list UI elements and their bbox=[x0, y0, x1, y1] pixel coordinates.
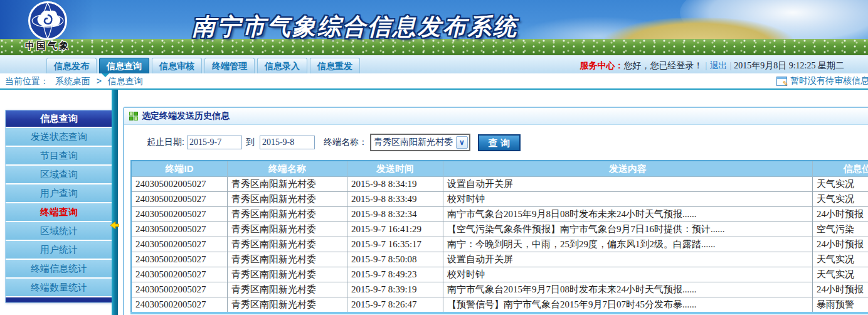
sidebar-menu: 发送状态查询节目查询区域查询用户查询终端查询区域统计用户统计终端信息统计终端数量… bbox=[6, 127, 112, 296]
tab-info-query[interactable]: 信息查询 bbox=[99, 58, 149, 74]
logo-caption: 中国气象 bbox=[11, 40, 84, 52]
col-header-0: 终端ID bbox=[131, 161, 228, 177]
table-cell: 2015-9-8 8:32:34 bbox=[347, 207, 443, 222]
table-cell: 240305002005027 bbox=[131, 177, 228, 192]
col-header-1: 终端名称 bbox=[228, 161, 347, 177]
terminal-select-value: 青秀区南阳新光村委 bbox=[374, 137, 453, 148]
breadcrumb-current: 信息查询 bbox=[108, 76, 143, 86]
table-cell: 240305002005027 bbox=[131, 267, 228, 282]
date-to-input[interactable] bbox=[260, 136, 315, 149]
table-cell: 2015-9-7 8:50:08 bbox=[347, 252, 443, 267]
sidebar-item-send-status-query[interactable]: 发送状态查询 bbox=[6, 127, 112, 146]
tab-info-entry[interactable]: 信息录入 bbox=[257, 58, 307, 74]
collapse-arrow-icon[interactable] bbox=[110, 221, 119, 230]
col-header-3: 发送内容 bbox=[443, 161, 813, 177]
terminal-select[interactable]: 青秀区南阳新光村委 ∨ bbox=[370, 134, 470, 151]
table-cell: 青秀区南阳新光村委 bbox=[228, 267, 347, 282]
sidebar-item-terminal-count-stats[interactable]: 终端数量统计 bbox=[6, 277, 112, 296]
sidebar-item-user-query[interactable]: 用户查询 bbox=[6, 183, 112, 202]
separator: | bbox=[729, 61, 731, 70]
tab-terminal-manage[interactable]: 终端管理 bbox=[204, 58, 255, 74]
sidebar-item-region-query[interactable]: 区域查询 bbox=[6, 164, 112, 183]
history-table: 终端ID终端名称发送时间发送内容信息位 240305002005027青秀区南阳… bbox=[130, 160, 868, 314]
query-button[interactable]: 查 询 bbox=[478, 134, 521, 151]
table-cell: 24小时预报 bbox=[813, 282, 868, 297]
breadcrumb: 当前位置： 系统桌面 > 信息查询 bbox=[5, 76, 147, 87]
table-cell: 【预警信号】南宁市气象台2015年9月7日07时45分发布暴...... bbox=[443, 297, 813, 314]
logout-link[interactable]: 退出 bbox=[709, 61, 727, 70]
audit-notice: ✎ 暂时没有待审核信息 bbox=[776, 75, 868, 87]
tab-info-resend[interactable]: 信息重发 bbox=[310, 58, 360, 74]
sidebar-item-program-query[interactable]: 节目查询 bbox=[6, 146, 112, 164]
table-cell: 240305002005027 bbox=[131, 207, 228, 222]
greeting-text: 您好，您已经登录！ bbox=[624, 61, 703, 70]
table-cell: 南宁市气象台2015年9月8日08时发布未来24小时天气预报...... bbox=[443, 207, 813, 222]
table-cell: 青秀区南阳新光村委 bbox=[228, 177, 347, 192]
sidebar-item-user-stats[interactable]: 用户统计 bbox=[6, 240, 112, 259]
table-row: 240305002005027青秀区南阳新光村委2015-9-7 8:49:23… bbox=[131, 267, 868, 282]
top-banner: 中国气象 南宁市气象综合信息发布系统 bbox=[0, 0, 868, 55]
panel-header: 选定终端发送历史信息 bbox=[124, 108, 868, 125]
history-table-wrap: 终端ID终端名称发送时间发送内容信息位 240305002005027青秀区南阳… bbox=[130, 160, 868, 314]
table-body: 240305002005027青秀区南阳新光村委2015-9-8 8:34:19… bbox=[131, 177, 868, 314]
table-row: 240305002005027青秀区南阳新光村委2015-9-7 8:26:47… bbox=[131, 297, 868, 314]
table-header-row: 终端ID终端名称发送时间发送内容信息位 bbox=[131, 161, 868, 177]
table-cell: 天气实况 bbox=[813, 192, 868, 207]
breadcrumb-label: 当前位置： bbox=[5, 76, 49, 86]
table-cell: 南宁市气象台2015年9月7日08时发布未来24小时天气预报...... bbox=[443, 282, 813, 297]
table-cell: 青秀区南阳新光村委 bbox=[228, 252, 347, 267]
table-cell: 2015-9-7 8:26:47 bbox=[347, 297, 443, 314]
date-from-input[interactable] bbox=[187, 136, 242, 149]
breadcrumb-bar: 当前位置： 系统桌面 > 信息查询 ✎ 暂时没有待审核信息 bbox=[0, 73, 868, 90]
grid-icon bbox=[129, 112, 138, 120]
app-window: 中国气象 南宁市气象综合信息发布系统 信息发布信息查询信息审核终端管理信息录入信… bbox=[0, 0, 868, 315]
table-row: 240305002005027青秀区南阳新光村委2015-9-8 8:32:34… bbox=[131, 207, 868, 222]
cma-logo: 中国气象 bbox=[11, 1, 84, 52]
tab-info-audit[interactable]: 信息审核 bbox=[152, 58, 202, 74]
audit-notice-text: 暂时没有待审核信息 bbox=[790, 75, 868, 87]
sidebar-splitter[interactable] bbox=[112, 90, 118, 315]
sidebar-item-region-stats[interactable]: 区域统计 bbox=[6, 221, 112, 240]
table-cell: 青秀区南阳新光村委 bbox=[228, 207, 347, 222]
table-cell: 240305002005027 bbox=[131, 297, 228, 314]
nav-tabs: 信息发布信息查询信息审核终端管理信息录入信息重发 bbox=[46, 58, 360, 74]
sidebar-item-terminal-query[interactable]: 终端查询 bbox=[6, 202, 112, 221]
table-cell: 24小时预报 bbox=[813, 237, 868, 252]
col-header-2: 发送时间 bbox=[347, 161, 443, 177]
table-cell: 天气实况 bbox=[813, 177, 868, 192]
table-cell: 2015-9-8 8:33:49 bbox=[347, 192, 443, 207]
cma-logo-icon bbox=[28, 1, 67, 40]
sidebar-footer bbox=[6, 296, 112, 302]
sidebar: 信息查询 发送状态查询节目查询区域查询用户查询终端查询区域统计用户统计终端信息统… bbox=[5, 110, 113, 303]
sidebar-header: 信息查询 bbox=[6, 110, 112, 127]
panel-title: 选定终端发送历史信息 bbox=[142, 110, 230, 122]
service-center-label: 服务中心： bbox=[580, 61, 624, 70]
table-cell: 青秀区南阳新光村委 bbox=[228, 282, 347, 297]
to-label: 到 bbox=[246, 137, 255, 148]
table-cell: 2015-9-7 16:41:29 bbox=[347, 222, 443, 237]
table-cell: 青秀区南阳新光村委 bbox=[228, 237, 347, 252]
table-cell: 240305002005027 bbox=[131, 237, 228, 252]
table-cell: 青秀区南阳新光村委 bbox=[228, 297, 347, 314]
table-row: 240305002005027青秀区南阳新光村委2015-9-7 16:41:2… bbox=[131, 222, 868, 237]
table-cell: 天气实况 bbox=[813, 252, 868, 267]
table-cell: 设置自动开关屏 bbox=[443, 177, 813, 192]
note-pencil-icon: ✎ bbox=[776, 77, 787, 86]
sidebar-item-terminal-info-stats[interactable]: 终端信息统计 bbox=[6, 259, 112, 277]
col-header-4: 信息位 bbox=[813, 161, 868, 177]
breadcrumb-home: 系统桌面 bbox=[55, 76, 90, 86]
table-cell: 设置自动开关屏 bbox=[443, 252, 813, 267]
datetime-text: 2015年9月8日 9:12:25 星期二 bbox=[734, 61, 844, 70]
nav-bar: 信息发布信息查询信息审核终端管理信息录入信息重发 服务中心：您好，您已经登录！|… bbox=[0, 55, 868, 73]
table-cell: 校对时钟 bbox=[443, 192, 813, 207]
table-cell: 青秀区南阳新光村委 bbox=[228, 192, 347, 207]
account-bar: 服务中心：您好，您已经登录！|退出|2015年9月8日 9:12:25 星期二 bbox=[580, 58, 844, 73]
tab-info-publish[interactable]: 信息发布 bbox=[46, 58, 97, 74]
terminal-name-label: 终端名称： bbox=[324, 137, 368, 148]
table-cell: 2015-9-7 8:39:19 bbox=[347, 282, 443, 297]
table-cell: 青秀区南阳新光村委 bbox=[228, 222, 347, 237]
table-row: 240305002005027青秀区南阳新光村委2015-9-7 16:35:1… bbox=[131, 237, 868, 252]
table-row: 240305002005027青秀区南阳新光村委2015-9-8 8:33:49… bbox=[131, 192, 868, 207]
separator: | bbox=[706, 61, 707, 70]
chevron-down-icon[interactable]: ∨ bbox=[456, 136, 468, 149]
